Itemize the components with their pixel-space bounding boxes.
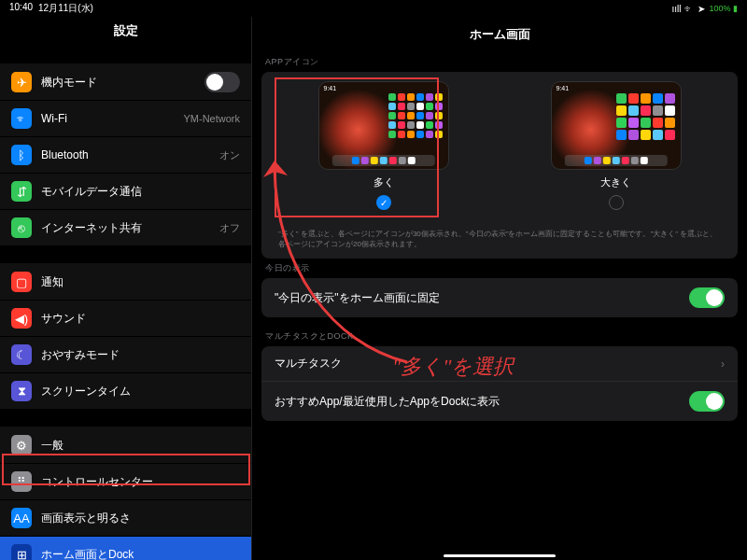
row-today-fix[interactable]: "今日の表示"をホーム画面に固定: [261, 278, 738, 317]
option-large[interactable]: 9:41 大きく: [511, 81, 721, 210]
check-icon: ✓: [376, 195, 391, 210]
sidebar-item-label: コントロールセンター: [41, 474, 240, 490]
sidebar-icon: ⎋: [11, 217, 32, 238]
sidebar-item-g1-3[interactable]: ⇵モバイルデータ通信: [0, 174, 251, 210]
switch-today-fix[interactable]: [689, 287, 725, 308]
preview-more: 9:41: [318, 81, 449, 170]
sidebar-item-label: 通知: [41, 274, 240, 290]
sidebar-item-label: インターネット共有: [41, 220, 219, 236]
option-more[interactable]: 9:41 多く ✓: [278, 81, 488, 210]
icongrid-big: [616, 93, 675, 140]
sidebar-icon: ⊞: [11, 544, 32, 560]
sidebar-item-label: おやすみモード: [41, 347, 240, 363]
sidebar-icon: ⇵: [11, 181, 32, 202]
sidebar-item-g1-1[interactable]: ᯤWi-FiYM-Network: [0, 101, 251, 137]
sidebar-item-g3-1[interactable]: ⠿コントロールセンター: [0, 464, 251, 500]
sidebar-item-g1-4[interactable]: ⎋インターネット共有オフ: [0, 210, 251, 246]
sidebar-item-label: ホーム画面とDock: [41, 547, 240, 561]
sidebar-item-label: モバイルデータ通信: [41, 184, 240, 200]
sidebar-item-g2-3[interactable]: ⧗スクリーンタイム: [0, 373, 251, 410]
radio-unselected-icon: [609, 195, 624, 210]
sidebar-icon: AA: [11, 508, 32, 528]
switch-airplane[interactable]: [204, 72, 240, 92]
page-title: ホーム画面: [252, 17, 747, 52]
sidebar-icon: ⧗: [11, 381, 32, 401]
sidebar-item-g3-0[interactable]: ⚙一般: [0, 427, 251, 464]
sidebar-item-g2-2[interactable]: ☾おやすみモード: [0, 337, 251, 373]
section-multitask: マルチタスクとDOCK: [252, 327, 747, 346]
sidebar-icon: ᯤ: [11, 108, 32, 129]
sidebar-icon: ᛒ: [11, 145, 32, 165]
sidebar: 設定 ✈︎機内モードᯤWi-FiYM-NetworkᛒBluetoothオン⇵モ…: [0, 17, 252, 560]
sidebar-icon: ☾: [11, 344, 32, 365]
sidebar-item-value: オフ: [219, 221, 240, 235]
sidebar-icon: ⚙: [11, 435, 32, 455]
sidebar-item-label: スクリーンタイム: [41, 384, 240, 399]
status-time: 10:40: [9, 2, 33, 15]
icongrid-small: [388, 93, 443, 138]
chevron-right-icon: ›: [721, 357, 725, 371]
signal-icon: ııll: [671, 4, 681, 14]
sidebar-title: 設定: [0, 17, 251, 47]
sidebar-item-value: YM-Network: [183, 113, 240, 124]
sidebar-item-g3-2[interactable]: AA画面表示と明るさ: [0, 500, 251, 537]
footnote: "多く" を選ぶと、各ページにアイコンが30個表示され、"今日の表示"をホーム画…: [261, 223, 738, 259]
switch-suggested[interactable]: [689, 391, 725, 412]
home-indicator: [444, 554, 556, 557]
row-multitask[interactable]: マルチタスク ›: [261, 346, 738, 381]
section-app-icons: APPアイコン: [252, 52, 747, 72]
sidebar-item-value: オン: [219, 148, 240, 162]
sidebar-icon: ▢: [11, 272, 32, 292]
sidebar-item-g2-0[interactable]: ▢通知: [0, 264, 251, 301]
sidebar-item-g3-3[interactable]: ⊞ホーム画面とDock: [0, 537, 251, 560]
sidebar-item-label: 画面表示と明るさ: [41, 511, 240, 526]
status-date: 12月11日(水): [38, 2, 93, 15]
sidebar-item-g1-0[interactable]: ✈︎機内モード: [0, 64, 251, 101]
sidebar-item-label: サウンド: [41, 311, 240, 327]
main-panel: ホーム画面 APPアイコン 9:41 多く ✓ 9:41: [252, 17, 747, 560]
wifi-icon: ᯤ: [684, 4, 694, 14]
row-suggested-apps[interactable]: おすすめApp/最近使用したAppをDockに表示: [261, 381, 738, 421]
location-icon: ➤: [698, 4, 705, 14]
preview-large: 9:41: [551, 81, 682, 170]
sidebar-item-label: Wi-Fi: [41, 112, 183, 125]
sidebar-item-g1-2[interactable]: ᛒBluetoothオン: [0, 137, 251, 174]
sidebar-item-label: Bluetooth: [41, 148, 219, 161]
sidebar-item-label: 一般: [41, 438, 240, 454]
sidebar-item-label: 機内モード: [41, 75, 204, 91]
battery-indicator: 100% ▮: [709, 4, 738, 13]
section-today: 今日の表示: [252, 259, 747, 278]
sidebar-icon: ◀︎): [11, 308, 32, 329]
sidebar-icon: ⠿: [11, 471, 32, 492]
sidebar-icon: ✈︎: [11, 72, 32, 92]
sidebar-item-g2-1[interactable]: ◀︎)サウンド: [0, 301, 251, 337]
